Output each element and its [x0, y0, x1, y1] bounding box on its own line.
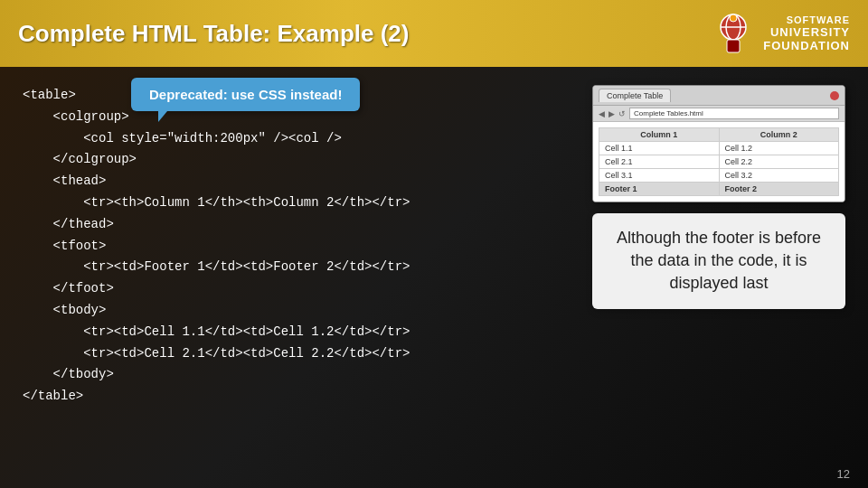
slide-title: Complete HTML Table: Example (2): [18, 20, 409, 48]
table-row: Cell 3.1 Cell 3.2: [599, 169, 839, 183]
browser-content: Column 1 Column 2 Cell 1.1 Cell 1.2 Cell…: [593, 122, 844, 202]
code-text: <table> <colgroup> <col style="width:200…: [23, 85, 574, 408]
refresh-icon[interactable]: ↺: [618, 109, 626, 118]
address-bar[interactable]: [629, 108, 839, 119]
svg-rect-4: [727, 40, 740, 52]
logo-text: SOFTWARE UNIVERSITY FOUNDATION: [763, 14, 850, 52]
main-content: Deprecated: use CSS instead! <table> <co…: [0, 67, 868, 488]
logo-icon: [711, 11, 756, 56]
note-text: Although the footer is before the data i…: [617, 229, 821, 292]
browser-titlebar: Complete Table: [593, 86, 844, 106]
header: Complete HTML Table: Example (2) SOFTWAR…: [0, 0, 868, 67]
svg-point-3: [730, 14, 737, 22]
note-box: Although the footer is before the data i…: [592, 213, 845, 309]
table-row: Cell 1.1 Cell 1.2: [599, 142, 839, 155]
logo-foundation: FOUNDATION: [763, 39, 850, 52]
col-header-1: Column 1: [599, 128, 720, 142]
browser-preview: Complete Table ◀ ▶ ↺ Column 1 Column 2: [592, 85, 845, 202]
deprecated-tooltip: Deprecated: use CSS instead!: [131, 78, 360, 111]
forward-icon[interactable]: ▶: [609, 109, 615, 118]
page-number: 12: [837, 467, 850, 481]
footer-row: Footer 1 Footer 2: [599, 183, 839, 196]
code-block: Deprecated: use CSS instead! <table> <co…: [23, 85, 574, 470]
browser-close-button[interactable]: [830, 91, 839, 100]
browser-tab: Complete Table: [599, 89, 671, 102]
right-side: Complete Table ◀ ▶ ↺ Column 1 Column 2: [592, 85, 845, 470]
slide: Complete HTML Table: Example (2) SOFTWAR…: [0, 0, 868, 488]
logo-software: SOFTWARE: [763, 14, 850, 25]
logo-university: UNIVERSITY: [763, 25, 850, 39]
logo-area: SOFTWARE UNIVERSITY FOUNDATION: [711, 11, 850, 56]
preview-table: Column 1 Column 2 Cell 1.1 Cell 1.2 Cell…: [599, 127, 839, 196]
browser-addressbar: ◀ ▶ ↺: [593, 106, 844, 122]
col-header-2: Column 2: [719, 128, 839, 142]
table-row: Cell 2.1 Cell 2.2: [599, 155, 839, 169]
back-icon[interactable]: ◀: [599, 109, 605, 118]
